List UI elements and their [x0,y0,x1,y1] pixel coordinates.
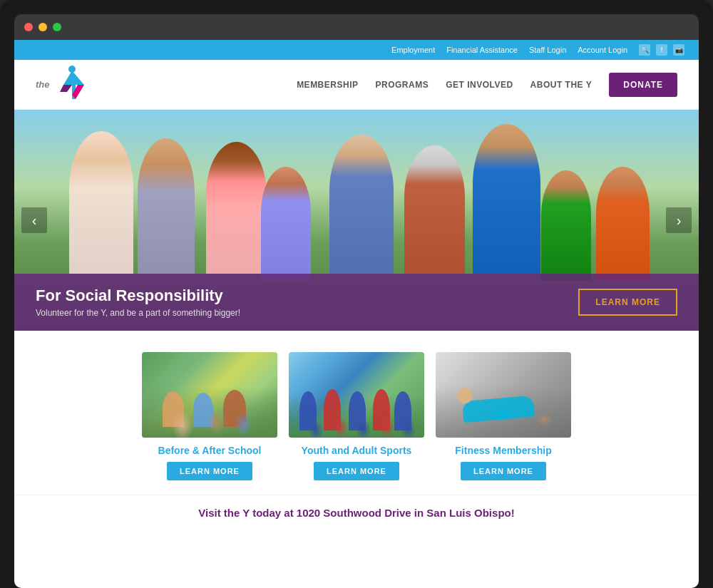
card-image-fitness [436,352,571,438]
card-learn-btn-fitness[interactable]: LEARN MORE [461,462,546,480]
nav-programs[interactable]: PROGRAMS [375,80,429,90]
hero-subtitle: Volunteer for the Y, and be a part of so… [36,308,240,318]
website: Employment Financial Assistance Staff Lo… [14,40,699,588]
hero-title: For Social Responsibility [36,287,240,305]
program-cards-container: Before & After School LEARN MORE Youth a… [29,352,684,480]
utility-social-icons: 🔍 f 📷 [639,44,684,56]
logo-the-text: the [36,80,50,89]
programs-section: Before & After School LEARN MORE Youth a… [14,331,699,495]
hero-next-button[interactable]: › [666,207,692,233]
facebook-icon[interactable]: f [656,44,667,56]
financial-assistance-link[interactable]: Financial Assistance [446,46,518,54]
browser-dot-red [24,23,33,31]
hero-text-area: For Social Responsibility Volunteer for … [36,287,240,318]
card-title-before-after: Before & After School [158,445,262,456]
staff-login-link[interactable]: Staff Login [529,46,566,54]
instagram-icon[interactable]: 📷 [673,44,684,56]
program-card-before-after: Before & After School LEARN MORE [142,352,277,480]
utility-bar: Employment Financial Assistance Staff Lo… [14,40,699,60]
ymca-logo [53,65,92,104]
donate-button[interactable]: DONATE [609,73,677,97]
account-login-link[interactable]: Account Login [578,46,627,54]
nav-about[interactable]: ABOUT THE Y [530,80,593,90]
card-title-sports: Youth and Adult Sports [302,445,412,456]
browser-dot-green [53,23,61,31]
card-title-fitness: Fitness Membership [455,445,551,456]
nav-membership[interactable]: MEMBERSHIP [297,80,358,90]
card-learn-btn-before-after[interactable]: LEARN MORE [167,462,252,480]
hero-section: For Social Responsibility Volunteer for … [14,110,699,331]
browser-frame: Employment Financial Assistance Staff Lo… [0,0,713,588]
browser-dot-yellow [39,23,47,31]
search-icon[interactable]: 🔍 [639,44,650,56]
footer-tagline: Visit the Y today at 1020 Southwood Driv… [14,495,699,530]
hero-learn-more-button[interactable]: LEARN MORE [578,289,677,316]
logo-area: the [36,65,92,104]
header: the MEMBERSHIP PROGRAMS GET INVOLVED ABO… [14,60,699,110]
browser-chrome [14,14,699,40]
footer-tagline-text: Visit the Y today at 1020 Southwood Driv… [29,507,684,519]
hero-banner: For Social Responsibility Volunteer for … [14,274,699,331]
card-learn-btn-sports[interactable]: LEARN MORE [314,462,399,480]
employment-link[interactable]: Employment [391,46,435,54]
nav-get-involved[interactable]: GET INVOLVED [446,80,513,90]
program-card-fitness: Fitness Membership LEARN MORE [436,352,571,480]
hero-prev-button[interactable]: ‹ [21,207,47,233]
card-image-kids [142,352,277,438]
card-image-sports [289,352,424,438]
main-nav: MEMBERSHIP PROGRAMS GET INVOLVED ABOUT T… [297,73,677,97]
program-card-sports: Youth and Adult Sports LEARN MORE [289,352,424,480]
svg-point-0 [68,66,76,73]
